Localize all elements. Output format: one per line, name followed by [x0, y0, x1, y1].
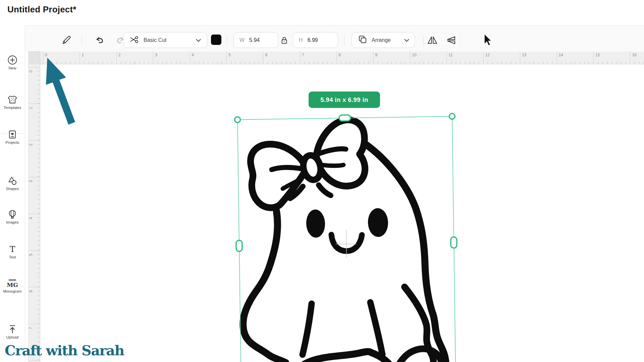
ruler-tick-major — [263, 52, 263, 64]
sidebar-item-images[interactable]: Images — [0, 209, 25, 224]
ruler-tick-major — [630, 52, 630, 64]
selection-handle-right-middle[interactable] — [451, 237, 457, 248]
height-field-label: H — [299, 37, 303, 43]
toolbar-divider — [82, 36, 82, 46]
sidebar-item-monogram[interactable]: MGMonogram — [0, 278, 25, 293]
width-field-value: 5.94 — [249, 37, 260, 43]
ruler-label: 3 — [29, 180, 33, 183]
layers-icon — [358, 35, 367, 45]
sidebar-item-label: New — [0, 66, 25, 70]
ruler-tick-major — [483, 52, 484, 64]
ruler-label: 5 — [228, 53, 231, 57]
ruler-tick-major — [593, 52, 594, 64]
svg-text:MG: MG — [7, 282, 18, 288]
ruler-tick-major — [29, 67, 40, 67]
ruler-label: 1 — [82, 53, 84, 57]
ruler-tick-major — [153, 52, 153, 64]
ruler-tick-major — [336, 52, 337, 64]
flip-horizontal-button[interactable] — [427, 35, 438, 47]
size-lock-button[interactable] — [280, 36, 288, 46]
ruler-tick-major — [226, 52, 227, 64]
chevron-down-icon — [404, 37, 409, 43]
ruler-label: 6 — [265, 53, 267, 57]
toolbar-divider — [423, 36, 424, 46]
height-field[interactable]: H 6.99 — [293, 32, 338, 48]
arrange-dropdown[interactable]: Arrange — [352, 32, 415, 48]
ruler-tick-major — [29, 104, 40, 104]
vertical-ruler: 012345678 — [28, 64, 40, 362]
flip-vertical-button[interactable] — [445, 35, 457, 47]
selection-handle-left-middle[interactable] — [236, 240, 242, 251]
sidebar-item-new[interactable]: New — [0, 55, 25, 70]
sidebar-item-label: Templates — [0, 106, 25, 110]
sidebar-item-templates[interactable]: Templates — [0, 95, 25, 110]
ghost-clipart[interactable] — [243, 120, 446, 362]
ruler-label: 3 — [155, 53, 157, 57]
height-field-value: 6.99 — [308, 37, 318, 43]
edit-tool-button[interactable] — [61, 35, 72, 47]
ruler-tick-major — [29, 250, 40, 251]
ruler-tick-major — [300, 52, 300, 64]
balloon-icon — [0, 209, 25, 219]
operation-label: Basic Cut — [144, 37, 166, 43]
scissors-icon — [129, 35, 139, 45]
operation-dropdown[interactable]: Basic Cut — [123, 32, 207, 48]
object-center-crosshair — [336, 230, 357, 257]
ruler-label: 7 — [29, 327, 33, 329]
left-sidebar: NewTemplatesProjectsShapesImagesTTextMGM… — [0, 25, 25, 362]
sidebar-item-shapes[interactable]: Shapes — [0, 176, 25, 191]
ruler-label: 2 — [118, 53, 121, 57]
lock-icon — [281, 37, 287, 46]
sidebar-item-upload[interactable]: Upload — [0, 324, 25, 339]
ruler-tick-major — [79, 52, 80, 64]
ruler-label: 6 — [29, 290, 33, 293]
svg-text:T: T — [10, 244, 15, 254]
fill-color-swatch[interactable] — [211, 35, 221, 45]
ruler-label: 14 — [559, 53, 563, 57]
ruler-label: 10 — [412, 53, 416, 57]
ruler-tick-major — [29, 287, 40, 287]
sidebar-item-text[interactable]: TText — [0, 244, 25, 259]
ruler-tick-major — [29, 214, 40, 214]
sidebar-item-label: Projects — [0, 140, 25, 144]
toolbar-divider — [344, 36, 344, 46]
ruler-label: 2 — [29, 143, 33, 146]
ruler-tick-major — [520, 52, 520, 64]
width-field[interactable]: W 5.94 — [233, 32, 278, 48]
ruler-label: 0 — [45, 53, 47, 57]
selection-handle-top-center[interactable] — [339, 115, 351, 121]
ruler-tick-major — [373, 52, 374, 64]
plus-circle-icon — [0, 55, 25, 65]
ruler-label: 15 — [595, 53, 600, 57]
edit-toolbar: Basic Cut W 5.94 H 6.99 Arrang — [25, 25, 644, 52]
selection-bounding-box[interactable] — [235, 114, 457, 362]
ghost-smile — [331, 235, 362, 251]
undo-button[interactable] — [94, 35, 105, 47]
ruler-tick-major — [190, 52, 190, 64]
ruler-tick-major — [29, 177, 40, 177]
ruler-label: 9 — [375, 53, 378, 57]
ruler-tick-major — [29, 140, 40, 141]
ruler-label: 8 — [338, 53, 341, 57]
ruler-label: 16 — [632, 53, 636, 57]
undo-icon — [95, 35, 105, 47]
flip-vertical-icon — [446, 36, 456, 46]
width-field-label: W — [239, 37, 245, 43]
monogram-icon: MG — [0, 278, 25, 288]
arrange-label: Arrange — [372, 37, 391, 43]
ruler-corner — [28, 51, 40, 64]
chevron-down-icon — [196, 37, 201, 43]
upload-arrow-icon — [0, 324, 25, 334]
ruler-label: 13 — [522, 53, 526, 57]
pencil-icon — [61, 35, 71, 47]
toolbar-divider — [227, 36, 227, 46]
ruler-tick-major — [29, 324, 40, 324]
ruler-label: 1 — [29, 107, 33, 109]
ruler-tick-major — [43, 52, 43, 64]
selection-handle-top-left[interactable] — [235, 117, 240, 123]
ruler-tick-major — [446, 52, 447, 64]
sidebar-item-projects[interactable]: Projects — [0, 129, 25, 144]
selection-handle-top-right[interactable] — [449, 114, 455, 119]
ruler-tick-major — [557, 52, 557, 64]
shapes-icon — [0, 176, 25, 186]
